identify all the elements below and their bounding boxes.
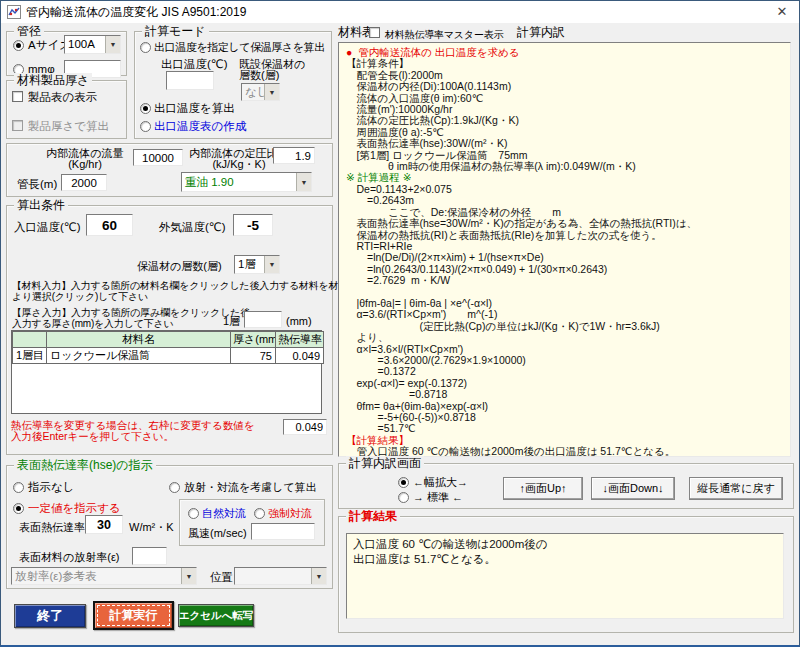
specific-heat-input[interactable]: [273, 147, 315, 164]
radio-hse-fixed[interactable]: [13, 503, 24, 514]
inlet-temp-label: 入口温度(℃): [14, 221, 81, 234]
report-line: より、: [346, 332, 783, 343]
table-header-cell: [13, 332, 47, 348]
emissivity-table-select-value: 放射率(ε)参考表: [12, 568, 181, 584]
exit-button[interactable]: 終了: [14, 604, 86, 628]
outlet-temp-input[interactable]: [166, 71, 214, 90]
radio-hse-radiation[interactable]: [169, 482, 180, 493]
radio-natural-convection[interactable]: [188, 508, 199, 519]
report-line: =2.7629 m・K/W: [346, 275, 783, 286]
insulation-layers-select[interactable]: 1層 ▼: [234, 255, 280, 274]
table-cell[interactable]: 75: [231, 348, 276, 364]
a-size-select[interactable]: 100A ▼: [64, 35, 121, 54]
result-line: 出口温度は 51.7℃となる。: [353, 552, 777, 567]
table-cell[interactable]: 0.049: [276, 348, 324, 364]
report-line: 表面熱伝達率(hse):30W/(m²・K): [346, 138, 783, 149]
chevron-down-icon: ▼: [264, 84, 279, 100]
radio-make-outlet-table[interactable]: [140, 121, 151, 132]
report-line: =0.8718: [346, 389, 783, 400]
radio-make-outlet-table-label: 出口温度表の作成: [154, 120, 246, 133]
wind-speed-input[interactable]: [251, 523, 315, 540]
result-line: 入口温度 60 ℃の輸送物は2000m後の: [353, 537, 777, 552]
position-select-value: [235, 568, 311, 584]
pipe-length-label: 管長(m): [17, 178, 57, 191]
thickness-input-note-2: 入力する厚さ(mm)を入力して下さい: [12, 317, 174, 330]
group-breakdown-screen-title: 計算内訳画面: [346, 456, 424, 471]
layer1-label: 1層: [223, 315, 240, 328]
mm-unit-label: (mm): [286, 315, 312, 328]
radio-thickness-from-outlet-label: 出口温度を指定して保温厚さを算出: [154, 41, 325, 54]
ambient-temp-input[interactable]: [233, 214, 273, 236]
insulation-layers-value: 1層: [235, 256, 264, 273]
radio-standard[interactable]: [398, 492, 409, 503]
chevron-down-icon: ▼: [311, 568, 326, 584]
radio-thickness-from-outlet[interactable]: [140, 42, 151, 53]
chevron-down-icon: ▼: [181, 568, 196, 584]
report-line: (定圧比熱(Cp)の単位はkJ/(Kg・K)で1W・hr=3.6kJ): [346, 321, 783, 332]
checkbox-calc-with-product-thickness: [12, 120, 23, 131]
wind-speed-label: 風速(m/sec): [188, 527, 247, 540]
chevron-down-icon[interactable]: ▼: [105, 36, 120, 53]
reset-height-button[interactable]: 縦長通常に戻す: [689, 477, 783, 500]
fluid-select[interactable]: 重油 1.90 ▼: [181, 172, 312, 192]
hse-value-label: 表面熱伝達率: [19, 521, 85, 534]
existing-insulation-label-2: 層数(層): [239, 69, 279, 82]
title-bar: 管内輸送流体の温度変化 JIS A9501:2019 ✕: [1, 1, 799, 23]
group-material-thickness-title: 材料製品厚さ: [14, 73, 92, 88]
radio-width-expand[interactable]: [398, 477, 409, 488]
checkbox-show-product-table[interactable]: [12, 91, 23, 102]
material-input-note-2: より選択(クリック)して下さい: [12, 290, 148, 303]
radio-width-expand-label: ←幅拡大→: [413, 476, 468, 489]
screen-up-button[interactable]: ↑画面Up↑: [503, 477, 583, 500]
table-cell[interactable]: 1層目: [13, 348, 47, 364]
pipe-length-input[interactable]: [61, 174, 107, 191]
screen-down-button[interactable]: ↓画面Down↓: [591, 477, 675, 500]
radio-calc-outlet-temp[interactable]: [140, 103, 151, 114]
report-line: θ im時の使用保温材の熱伝導率(λ im):0.049W/(m・K): [346, 161, 783, 172]
report-line: 保温材の内径(Di):100A(0.1143m): [346, 81, 783, 92]
layer1-thickness-input[interactable]: [244, 311, 282, 328]
materials-table: 材料名厚さ(mm)熱伝導率 1層目ロックウール保温筒750.049: [11, 330, 322, 414]
group-hse-title: 表面熱伝達率(hse)の指示: [14, 458, 156, 473]
ambient-temp-label: 外気温度(℃): [159, 221, 226, 234]
hse-value-input[interactable]: [85, 515, 123, 534]
outlet-temp-label: 出口温度(℃): [161, 58, 228, 71]
export-excel-button[interactable]: エクセルへ転写: [178, 604, 254, 627]
chevron-down-icon[interactable]: ▼: [296, 173, 311, 191]
emissivity-table-select: 放射率(ε)参考表 ▼: [11, 567, 197, 585]
emissivity-label: 表面材料の放射率(ε): [19, 551, 120, 564]
group-conditions-title: 算出条件: [14, 198, 68, 213]
table-row: 1層目ロックウール保温筒750.049: [13, 348, 324, 364]
materials-table-head: 材料名厚さ(mm)熱伝導率: [13, 332, 324, 348]
result-panel[interactable]: 入口温度 60 ℃の輸送物は2000m後の出口温度は 51.7℃となる。: [346, 533, 784, 619]
hse-unit-label: W/m²・K: [129, 521, 174, 534]
group-calc-mode-title: 計算モード: [142, 24, 209, 39]
checkbox-conductivity-master[interactable]: [369, 27, 380, 38]
radio-forced-convection-label: 強制対流: [268, 507, 312, 520]
flow-rate-unit: (Kg/hr): [39, 158, 131, 171]
radio-a-size[interactable]: [13, 40, 24, 51]
run-calculation-button[interactable]: 計算実行: [93, 601, 174, 630]
position-select: ▼: [234, 567, 327, 585]
table-cell[interactable]: ロックウール保温筒: [47, 348, 231, 364]
chevron-down-icon[interactable]: ▼: [264, 256, 279, 273]
report-line: =0.2643m: [346, 195, 783, 206]
radio-hse-none-label: 指示なし: [28, 481, 75, 494]
conductivity-input[interactable]: [283, 419, 327, 435]
report-line: ● 管内輸送流体の 出口温度を求める: [346, 47, 783, 58]
close-icon[interactable]: ✕: [771, 2, 793, 22]
radio-forced-convection[interactable]: [254, 508, 265, 519]
emissivity-input[interactable]: [132, 547, 167, 565]
radio-hse-none[interactable]: [13, 482, 24, 493]
report-line: =51.7℃: [346, 423, 783, 434]
existing-layers-value: なし: [242, 84, 264, 100]
checkbox-show-product-table-label: 製品表の表示: [28, 91, 97, 104]
radio-natural-convection-label: 自然対流: [202, 507, 246, 520]
calc-breakdown-text: ● 管内輸送流体の 出口温度を求める【計算条件】 配管全長(l):2000m 保…: [346, 47, 783, 457]
flow-rate-input[interactable]: [133, 149, 183, 166]
checkbox-conductivity-master-label: 材料熱伝導率マスター表示: [385, 28, 503, 41]
app-window: 管内輸送流体の温度変化 JIS A9501:2019 ✕ 管径 Aサイズ 100…: [0, 0, 800, 647]
calc-breakdown-panel[interactable]: ● 管内輸送流体の 出口温度を求める【計算条件】 配管全長(l):2000m 保…: [338, 42, 791, 457]
result-text: 入口温度 60 ℃の輸送物は2000m後の出口温度は 51.7℃となる。: [353, 537, 777, 567]
inlet-temp-input[interactable]: [86, 214, 133, 236]
